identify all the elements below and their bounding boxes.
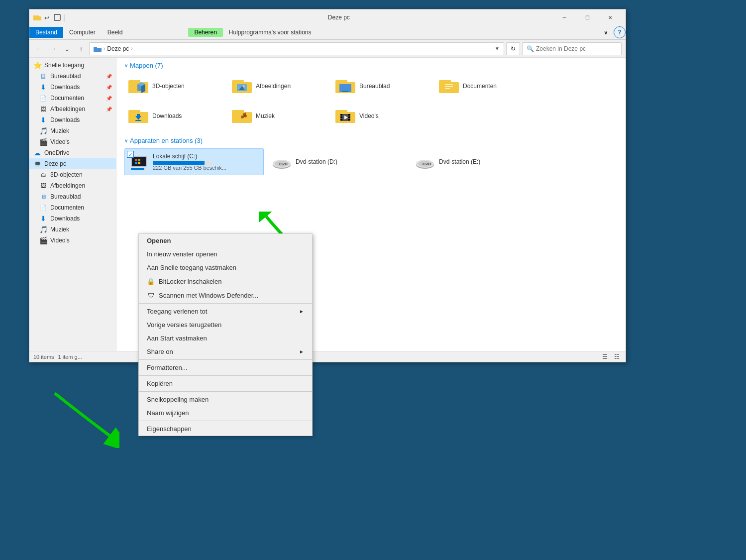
search-bar[interactable]: 🔍 bbox=[522, 42, 622, 55]
ctx-kopieren[interactable]: Kopiëren bbox=[139, 377, 312, 390]
folder-bureaublad-icon bbox=[335, 76, 355, 96]
sidebar-item-videos[interactable]: 🎬 Video's bbox=[29, 136, 116, 147]
sidebar-afbeeldingen-2-label: Afbeeldingen bbox=[50, 182, 85, 189]
sidebar-item-videos-2[interactable]: 🎬 Video's bbox=[29, 235, 116, 246]
ctx-snelkoppeling[interactable]: Snelkoppeling maken bbox=[139, 393, 312, 406]
ctx-arrow-2: ► bbox=[299, 349, 304, 354]
forward-button[interactable]: → bbox=[47, 43, 59, 55]
sidebar-documenten-2-label: Documenten bbox=[50, 204, 84, 211]
videos-icon-sidebar-2: 🎬 bbox=[39, 236, 47, 244]
ctx-vorige-versies[interactable]: Vorige versies terugzetten bbox=[139, 318, 312, 332]
onedrive-icon: ☁ bbox=[33, 149, 41, 157]
folder-downloads[interactable]: Downloads bbox=[124, 103, 224, 129]
sidebar-item-deze-pc[interactable]: 💻 Deze pc bbox=[29, 158, 116, 169]
help-icon[interactable]: ? bbox=[614, 26, 626, 38]
tab-bestand[interactable]: Bestand bbox=[29, 27, 63, 38]
close-button[interactable]: ✕ bbox=[599, 9, 622, 25]
search-input[interactable] bbox=[536, 45, 617, 52]
svg-rect-1 bbox=[33, 16, 41, 20]
undo-icon[interactable]: ↩ bbox=[43, 13, 51, 21]
window-title: Deze pc bbox=[125, 14, 553, 21]
properties-icon[interactable] bbox=[53, 13, 61, 21]
ctx-eigenschappen[interactable]: Eigenschappen bbox=[139, 422, 312, 436]
folder-bureaublad[interactable]: Bureaublad bbox=[331, 73, 431, 99]
svg-point-38 bbox=[241, 115, 244, 118]
ctx-snelle-toegang[interactable]: Aan Snelle toegang vastmaken bbox=[139, 261, 312, 274]
folder-videos-label: Video's bbox=[359, 112, 379, 119]
maximize-button[interactable]: ☐ bbox=[576, 9, 599, 25]
ctx-share[interactable]: Share on ► bbox=[139, 345, 312, 358]
sidebar-item-downloads-1[interactable]: ⬇ Downloads 📌 bbox=[29, 82, 116, 93]
sidebar-item-3d[interactable]: 🗂 3D-objecten bbox=[29, 169, 116, 180]
drives-section-header[interactable]: ∨ Apparaten en stations (3) bbox=[124, 137, 618, 144]
address-sep2: › bbox=[131, 46, 132, 51]
address-deze-pc: Deze pc bbox=[107, 45, 129, 52]
tab-hulpprogramma[interactable]: Hulpprogramma's voor stations bbox=[223, 27, 318, 38]
nav-bar: ← → ⌄ ↑ › Deze pc › ▼ ↻ 🔍 bbox=[29, 40, 626, 58]
folder-bureaublad-label: Bureaublad bbox=[359, 83, 390, 90]
sidebar-item-quick-access[interactable]: ⭐ Snelle toegang bbox=[29, 60, 116, 71]
drives-section-label: Apparaten en stations (3) bbox=[130, 137, 203, 144]
minimize-button[interactable]: ─ bbox=[553, 9, 576, 25]
images-icon-1: 🖼 bbox=[39, 105, 47, 113]
sidebar-item-bureaublad-2[interactable]: 🖥 Bureaublad bbox=[29, 191, 116, 202]
up-button[interactable]: ↑ bbox=[75, 43, 87, 55]
svg-rect-47 bbox=[348, 114, 350, 115]
ctx-openen[interactable]: Openen bbox=[139, 234, 312, 247]
sidebar-item-downloads-3[interactable]: ⬇ Downloads bbox=[29, 213, 116, 224]
ctx-sep-2 bbox=[139, 359, 312, 360]
tab-beeld[interactable]: Beeld bbox=[102, 27, 129, 38]
sidebar-item-documenten-2[interactable]: 📄 Documenten bbox=[29, 202, 116, 213]
refresh-button[interactable]: ↻ bbox=[506, 42, 520, 55]
back-button[interactable]: ← bbox=[33, 43, 45, 55]
address-bar[interactable]: › Deze pc › ▼ bbox=[89, 42, 504, 55]
drive-d[interactable]: DVD Dvd-station (D:) bbox=[268, 148, 407, 175]
ctx-formatteren[interactable]: Formatteren... bbox=[139, 361, 312, 374]
green-arrow-down bbox=[40, 388, 119, 448]
ctx-naam[interactable]: Naam wijzigen bbox=[139, 406, 312, 420]
sidebar-bureaublad-label: Bureaublad bbox=[50, 73, 81, 80]
grid-view-button[interactable]: ☷ bbox=[612, 352, 622, 361]
list-view-button[interactable]: ☰ bbox=[600, 352, 610, 361]
folder-downloads-icon bbox=[128, 106, 148, 126]
ctx-bitlocker[interactable]: 🔒 BitLocker inschakelen bbox=[139, 274, 312, 288]
folders-section-header[interactable]: ∨ Mappen (7) bbox=[124, 62, 618, 69]
ctx-nieuw-venster[interactable]: In nieuw venster openen bbox=[139, 247, 312, 261]
sidebar-deze-pc-label: Deze pc bbox=[44, 160, 66, 167]
sidebar-item-muziek[interactable]: 🎵 Muziek bbox=[29, 125, 116, 136]
music-icon-sidebar: 🎵 bbox=[39, 127, 47, 135]
ribbon-collapse-icon[interactable]: ∨ bbox=[600, 26, 612, 38]
items-count: 10 items bbox=[33, 354, 54, 360]
folder-afbeeldingen-icon bbox=[232, 76, 252, 96]
sidebar-item-onedrive[interactable]: ☁ OneDrive bbox=[29, 147, 116, 158]
sidebar-item-documenten-1[interactable]: 📄 Documenten 📌 bbox=[29, 93, 116, 104]
sidebar-item-muziek-2[interactable]: 🎵 Muziek bbox=[29, 224, 116, 235]
folder-muziek[interactable]: Muziek bbox=[228, 103, 327, 129]
tab-computer[interactable]: Computer bbox=[63, 27, 102, 38]
sidebar-item-afbeeldingen-1[interactable]: 🖼 Afbeeldingen 📌 bbox=[29, 104, 116, 114]
drive-c[interactable]: ✓ bbox=[124, 148, 264, 175]
folder-3d-objecten[interactable]: 3D-objecten bbox=[124, 73, 224, 99]
sidebar: ⭐ Snelle toegang 🖥 Bureaublad 📌 ⬇ Downlo… bbox=[29, 58, 116, 351]
folder-videos[interactable]: Video's bbox=[331, 103, 431, 129]
sidebar-item-bureaublad[interactable]: 🖥 Bureaublad 📌 bbox=[29, 71, 116, 82]
drive-c-name: Lokale schijf (C:) bbox=[153, 153, 226, 160]
sidebar-item-afbeeldingen-2[interactable]: 🖼 Afbeeldingen bbox=[29, 180, 116, 191]
folder-icon-small bbox=[94, 45, 102, 53]
address-dropdown-icon[interactable]: ▼ bbox=[495, 46, 500, 51]
ctx-bitlocker-label: BitLocker inschakelen bbox=[159, 278, 221, 285]
sidebar-item-downloads-2[interactable]: ⬇ Downloads bbox=[29, 114, 116, 125]
drive-e[interactable]: DVD Dvd-station (E:) bbox=[411, 148, 550, 175]
ctx-start[interactable]: Aan Start vastmaken bbox=[139, 332, 312, 345]
svg-rect-48 bbox=[348, 116, 350, 118]
sidebar-muziek-label: Muziek bbox=[50, 127, 69, 134]
recent-button[interactable]: ⌄ bbox=[61, 43, 73, 55]
deze-pc-icon: 💻 bbox=[33, 160, 41, 168]
ctx-defender[interactable]: 🛡 Scannen met Windows Defender... bbox=[139, 288, 312, 302]
manage-tab[interactable]: Beheren bbox=[188, 28, 222, 37]
folder-afbeeldingen[interactable]: Afbeeldingen bbox=[228, 73, 327, 99]
drive-d-icon: DVD bbox=[272, 152, 292, 172]
ctx-toegang[interactable]: Toegang verlenen tot ► bbox=[139, 305, 312, 318]
window-controls: ─ ☐ ✕ bbox=[553, 9, 622, 25]
folder-documenten[interactable]: Documenten bbox=[435, 73, 534, 99]
